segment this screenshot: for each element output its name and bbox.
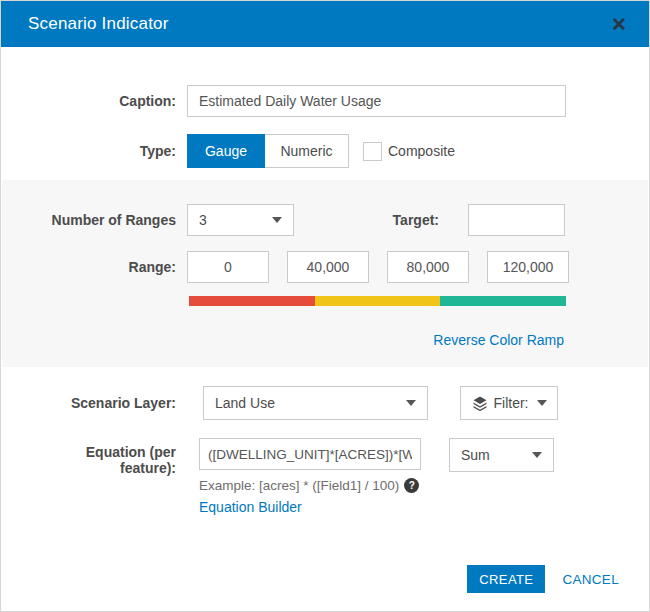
caret-down-icon (406, 400, 416, 406)
range-label: Range: (1, 259, 176, 275)
caption-row: Caption: (1, 85, 566, 117)
create-button[interactable]: CREATE (467, 565, 545, 593)
caret-down-icon (537, 400, 547, 406)
cancel-button[interactable]: CANCEL (562, 572, 619, 587)
equation-label: Equation (per feature): (1, 438, 176, 476)
equation-builder-link[interactable]: Equation Builder (199, 499, 302, 515)
range-input-1[interactable] (187, 251, 269, 283)
number-of-ranges-row: Number of Ranges 3 Target: (1, 204, 565, 236)
caption-label: Caption: (1, 93, 176, 109)
caret-down-icon (532, 452, 542, 458)
number-of-ranges-value: 3 (199, 212, 207, 228)
scenario-layer-label: Scenario Layer: (1, 395, 176, 411)
equation-example-row: Example: [acres] * ([Field1] / 100) ? (199, 478, 419, 493)
caret-down-icon (272, 217, 282, 223)
aggregation-select[interactable]: Sum (449, 438, 554, 472)
scenario-layer-value: Land Use (215, 395, 275, 411)
aggregation-value: Sum (461, 447, 490, 463)
dialog-title: Scenario Indicator (28, 14, 169, 34)
color-ramp-yellow (315, 296, 441, 306)
type-option-gauge[interactable]: Gauge (187, 134, 265, 168)
type-segmented-control: Gauge Numeric (187, 134, 349, 168)
range-input-4[interactable] (487, 251, 569, 283)
dialog-header: Scenario Indicator ✕ (1, 1, 649, 47)
range-row: Range: (1, 251, 569, 283)
range-input-2[interactable] (287, 251, 369, 283)
range-input-3[interactable] (387, 251, 469, 283)
reverse-color-ramp-link[interactable]: Reverse Color Ramp (433, 332, 564, 348)
scenario-layer-row: Scenario Layer: Land Use Filter: (1, 386, 558, 420)
color-ramp (189, 296, 566, 306)
target-label: Target: (294, 212, 439, 228)
target-input[interactable] (468, 204, 565, 236)
equation-input[interactable] (199, 438, 421, 470)
caption-input[interactable] (187, 85, 566, 117)
type-label: Type: (1, 143, 176, 159)
composite-checkbox[interactable] (363, 142, 382, 161)
filter-button[interactable]: Filter: (460, 386, 558, 420)
scenario-indicator-dialog: Scenario Indicator ✕ Caption: Type: Gaug… (0, 0, 650, 612)
equation-row: Equation (per feature): Sum (1, 438, 554, 476)
number-of-ranges-select[interactable]: 3 (187, 204, 294, 236)
layers-icon (472, 395, 488, 411)
dialog-footer: CREATE CANCEL (467, 565, 619, 593)
color-ramp-red (189, 296, 315, 306)
scenario-layer-select[interactable]: Land Use (203, 386, 428, 420)
number-of-ranges-label: Number of Ranges (1, 212, 176, 228)
equation-example-text: Example: [acres] * ([Field1] / 100) (199, 478, 399, 493)
color-ramp-green (440, 296, 566, 306)
type-option-numeric[interactable]: Numeric (265, 134, 349, 168)
close-icon[interactable]: ✕ (607, 13, 631, 36)
composite-label: Composite (388, 143, 455, 159)
help-icon[interactable]: ? (404, 478, 419, 493)
filter-label: Filter: (494, 395, 529, 411)
type-row: Type: Gauge Numeric Composite (1, 134, 455, 168)
